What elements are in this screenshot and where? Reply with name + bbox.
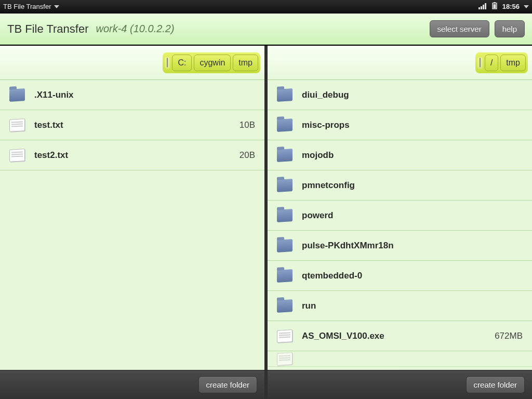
left-file-list: .X11-unix test.txt 10B test2.txt 20B bbox=[0, 80, 264, 370]
item-name: mojodb bbox=[302, 150, 513, 161]
main-area: C: cygwin tmp .X11-unix test.txt 10B tes… bbox=[0, 45, 532, 399]
item-name: powerd bbox=[302, 210, 513, 221]
list-item[interactable]: powerd bbox=[268, 201, 532, 231]
left-breadcrumb-bar: C: cygwin tmp bbox=[0, 46, 264, 80]
list-item[interactable]: .X11-unix bbox=[0, 80, 264, 110]
item-name: misc-props bbox=[302, 120, 513, 130]
folder-icon bbox=[277, 269, 292, 283]
folder-icon bbox=[9, 88, 25, 102]
item-size: 20B bbox=[240, 150, 255, 161]
list-item[interactable]: qtembedded-0 bbox=[268, 261, 532, 291]
server-label: work-4 (10.0.2.2) bbox=[96, 23, 174, 35]
list-item[interactable]: AS_OMSI_V100.exe 672MB bbox=[268, 321, 532, 351]
breadcrumb-segment[interactable]: C: bbox=[172, 55, 192, 71]
file-icon bbox=[277, 329, 292, 343]
create-folder-button[interactable]: create folder bbox=[466, 376, 525, 393]
list-item[interactable]: run bbox=[268, 291, 532, 321]
item-name: pulse-PKdhtXMmr18n bbox=[302, 241, 513, 251]
list-item[interactable]: diui_debug bbox=[268, 80, 532, 110]
breadcrumb-segment[interactable]: cygwin bbox=[194, 55, 231, 71]
right-pane: / tmp diui_debug misc-props mojodb bbox=[268, 46, 532, 399]
breadcrumb-segment[interactable]: tmp bbox=[233, 55, 258, 71]
item-name: test.txt bbox=[34, 120, 230, 130]
svg-rect-6 bbox=[493, 4, 496, 8]
disk-icon[interactable] bbox=[477, 57, 483, 69]
svg-rect-3 bbox=[485, 3, 486, 9]
app-header: TB File Transfer work-4 (10.0.2.2) selec… bbox=[0, 14, 532, 45]
help-button[interactable]: help bbox=[495, 20, 525, 37]
list-item[interactable]: test.txt 10B bbox=[0, 110, 264, 140]
disk-icon[interactable] bbox=[165, 57, 170, 69]
page-title: TB File Transfer bbox=[7, 22, 88, 36]
file-icon bbox=[9, 149, 25, 162]
folder-icon bbox=[277, 149, 292, 162]
status-app-name[interactable]: TB File Transfer bbox=[3, 3, 51, 10]
left-footer: create folder bbox=[0, 370, 264, 399]
svg-rect-5 bbox=[494, 2, 496, 3]
item-size: 10B bbox=[240, 120, 255, 130]
file-icon bbox=[9, 118, 25, 132]
signal-icon bbox=[478, 3, 487, 11]
folder-icon bbox=[277, 88, 292, 102]
create-folder-button[interactable]: create folder bbox=[198, 376, 257, 393]
svg-rect-2 bbox=[483, 5, 484, 9]
list-item[interactable]: pmnetconfig bbox=[268, 170, 532, 201]
list-item[interactable]: pulse-PKdhtXMmr18n bbox=[268, 231, 532, 261]
folder-icon bbox=[277, 179, 292, 192]
left-breadcrumb: C: cygwin tmp bbox=[163, 52, 260, 73]
folder-icon bbox=[277, 239, 292, 252]
app-menu-chevron-icon[interactable] bbox=[54, 5, 59, 8]
right-footer: create folder bbox=[268, 370, 532, 399]
item-size: 672MB bbox=[495, 331, 523, 341]
item-name: .X11-unix bbox=[34, 90, 246, 100]
item-name: AS_OMSI_V100.exe bbox=[302, 331, 485, 341]
list-item[interactable]: mojodb bbox=[268, 140, 532, 170]
item-name: test2.txt bbox=[34, 150, 230, 161]
status-bar: TB File Transfer 18:56 bbox=[0, 0, 532, 14]
folder-icon bbox=[277, 299, 292, 313]
list-item[interactable]: test2.txt 20B bbox=[0, 140, 264, 170]
list-item[interactable] bbox=[268, 351, 532, 367]
breadcrumb-segment[interactable]: / bbox=[485, 55, 498, 71]
right-file-list: diui_debug misc-props mojodb pmnetconfig bbox=[268, 80, 532, 370]
right-breadcrumb: / tmp bbox=[475, 52, 528, 73]
item-name: run bbox=[302, 301, 513, 311]
right-breadcrumb-bar: / tmp bbox=[268, 46, 532, 80]
svg-rect-0 bbox=[478, 7, 480, 9]
folder-icon bbox=[277, 118, 292, 132]
folder-icon bbox=[277, 209, 292, 222]
file-icon bbox=[277, 352, 292, 366]
list-item[interactable]: misc-props bbox=[268, 110, 532, 140]
breadcrumb-segment[interactable]: tmp bbox=[500, 55, 526, 71]
status-time: 18:56 bbox=[502, 3, 520, 10]
battery-icon bbox=[491, 2, 498, 11]
system-menu-chevron-icon[interactable] bbox=[524, 5, 529, 8]
item-name: pmnetconfig bbox=[302, 180, 513, 191]
left-pane: C: cygwin tmp .X11-unix test.txt 10B tes… bbox=[0, 46, 264, 399]
item-name: qtembedded-0 bbox=[302, 271, 513, 281]
item-name: diui_debug bbox=[302, 90, 513, 100]
select-server-button[interactable]: select server bbox=[430, 20, 489, 37]
svg-rect-1 bbox=[481, 6, 482, 9]
